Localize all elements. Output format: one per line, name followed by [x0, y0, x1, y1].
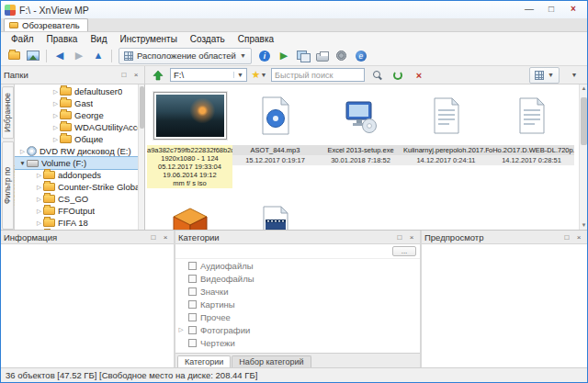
- categories-more-button[interactable]: ...: [392, 246, 416, 256]
- info-button[interactable]: i: [255, 48, 274, 64]
- tree-scrollbar[interactable]: [138, 84, 144, 230]
- category-item-drawings[interactable]: Чертежи: [175, 336, 420, 349]
- expander-icon[interactable]: [51, 136, 60, 143]
- side-tab-favorites[interactable]: Избранное: [2, 86, 14, 139]
- checkbox[interactable]: [188, 326, 197, 334]
- scroll-down-icon[interactable]: ▼: [580, 221, 587, 230]
- checkbox[interactable]: [188, 313, 197, 321]
- expander-icon[interactable]: [18, 160, 27, 166]
- compare-button[interactable]: [294, 48, 312, 64]
- menu-edit[interactable]: Правка: [40, 34, 85, 44]
- cancel-filter-button[interactable]: ×: [410, 67, 428, 84]
- close-button[interactable]: ×: [563, 3, 583, 17]
- tree-item-gta-v[interactable]: Grand_Theft_Auto_V: [15, 229, 144, 230]
- category-item-audio[interactable]: Аудиофайлы: [175, 259, 420, 272]
- tree-item-dvd-drive[interactable]: DVD RW дисковод (E:): [15, 145, 144, 157]
- layout-dropdown[interactable]: Расположение областей ▼: [119, 48, 252, 64]
- file-item-video[interactable]: [232, 195, 318, 230]
- tree-item-ffoutput[interactable]: FFOutput: [15, 205, 144, 217]
- expander-icon[interactable]: [18, 148, 27, 155]
- float-panel-button[interactable]: □: [561, 232, 572, 242]
- close-panel-button[interactable]: ×: [573, 232, 584, 242]
- viewer-mode-button[interactable]: [24, 48, 42, 64]
- search-button[interactable]: [368, 67, 386, 84]
- tree-item-defaultuser0[interactable]: defaultuser0: [15, 85, 144, 97]
- expander-icon[interactable]: [51, 100, 60, 107]
- tree-scrollbar-thumb[interactable]: [140, 86, 144, 129]
- tab-browser[interactable]: Обозреватель: [4, 18, 88, 31]
- categories-panel-header: Категории □ ×: [175, 231, 420, 244]
- menu-help[interactable]: Справка: [232, 34, 280, 44]
- float-panel-button[interactable]: □: [394, 232, 405, 242]
- tree-item-gast[interactable]: Gast: [15, 97, 144, 109]
- tree-item-wdagutilityaccount[interactable]: WDAGUtilityAccount: [15, 121, 144, 133]
- menu-tools[interactable]: Инструменты: [113, 34, 183, 44]
- favorites-button[interactable]: ★▼: [250, 67, 268, 84]
- expander-icon[interactable]: [35, 172, 43, 179]
- minimize-button[interactable]: —: [519, 3, 539, 17]
- file-item-audio[interactable]: ASOT_844.mp3 15.12.2017 0:19:17: [232, 86, 318, 189]
- file-item-document[interactable]: oHo.2O17.D.WEB-DL.720p... 14.12.2017 0:2…: [489, 86, 574, 189]
- expander-icon[interactable]: [35, 220, 43, 227]
- globe-icon: e: [356, 51, 367, 62]
- file-item-archive[interactable]: [147, 195, 232, 230]
- category-item-video[interactable]: Видеофайлы: [175, 272, 420, 285]
- category-item-other[interactable]: Прочее: [175, 310, 420, 323]
- files-scrollbar[interactable]: ▲ ▼: [579, 84, 587, 230]
- expander-icon[interactable]: [35, 208, 43, 215]
- tree-item-george[interactable]: George: [15, 109, 144, 121]
- scroll-up-icon[interactable]: ▲: [580, 84, 587, 93]
- expander-icon[interactable]: [51, 112, 60, 119]
- tree-item-fifa18[interactable]: FIFA 18: [15, 217, 144, 229]
- category-item-photos[interactable]: Фотографии: [175, 323, 420, 336]
- expander-icon[interactable]: [35, 196, 43, 203]
- print-button[interactable]: [313, 48, 332, 64]
- menu-create[interactable]: Создать: [184, 34, 232, 44]
- close-panel-button[interactable]: ×: [406, 232, 417, 242]
- slideshow-button[interactable]: ▶: [275, 48, 293, 64]
- go-up-button[interactable]: [149, 67, 167, 84]
- path-combobox[interactable]: F:\ ▼: [170, 68, 247, 82]
- settings-button[interactable]: [333, 48, 351, 64]
- expander-icon[interactable]: [51, 124, 60, 131]
- preview-panel-body: [422, 244, 587, 367]
- browser-mode-button[interactable]: [5, 48, 23, 64]
- files-scrollbar-thumb[interactable]: [581, 97, 587, 145]
- expander-icon[interactable]: [35, 184, 43, 191]
- float-panel-button[interactable]: □: [119, 70, 130, 80]
- close-panel-button[interactable]: ×: [160, 232, 171, 242]
- expander-icon[interactable]: [177, 326, 185, 333]
- category-item-icons[interactable]: Значки: [175, 285, 420, 298]
- checkbox[interactable]: [188, 262, 197, 270]
- quick-search-input[interactable]: [275, 71, 361, 80]
- maximize-button[interactable]: □: [541, 3, 561, 17]
- checkbox[interactable]: [188, 275, 197, 283]
- side-tab-category-filter[interactable]: Фильтр по категориям: [2, 141, 14, 230]
- web-button[interactable]: e: [352, 48, 370, 64]
- checkbox[interactable]: [188, 300, 197, 309]
- file-item-document[interactable]: Kulinarnyj.perepoloh.2017.P... 14.12.201…: [403, 86, 489, 189]
- file-item-installer[interactable]: Excel 2013-setup.exe 30.01.2018 7:18:52: [318, 86, 403, 189]
- tab-category-sets[interactable]: Набор категорий: [232, 355, 311, 367]
- tree-item-cs-go[interactable]: CS_GO: [15, 193, 144, 205]
- checkbox[interactable]: [188, 339, 197, 347]
- expander-icon[interactable]: [51, 88, 60, 96]
- tab-categories[interactable]: Категории: [177, 355, 231, 367]
- category-item-pictures[interactable]: Картины: [175, 298, 420, 310]
- up-button[interactable]: ▲: [89, 48, 107, 64]
- tree-item-counter-strike[interactable]: Counter-Strike Global Of: [15, 181, 144, 193]
- float-panel-button[interactable]: □: [148, 232, 159, 242]
- menu-view[interactable]: Вид: [84, 34, 113, 44]
- tree-item-obshchie[interactable]: Общие: [15, 133, 144, 145]
- menu-file[interactable]: Файл: [5, 34, 40, 44]
- tree-item-addonpeds[interactable]: addonpeds: [15, 169, 144, 181]
- view-mode-dropdown[interactable]: ▼: [529, 67, 560, 84]
- file-item-selected[interactable]: a9a382c759fb222832f68b2d... 1920x1080 - …: [147, 86, 232, 195]
- back-button[interactable]: ◀: [51, 48, 69, 64]
- tree-item-volume-f[interactable]: Volume (F:): [15, 157, 144, 169]
- close-panel-button[interactable]: ×: [130, 70, 141, 80]
- sort-dropdown-button[interactable]: ▼: [565, 67, 583, 84]
- checkbox[interactable]: [188, 287, 197, 296]
- forward-button[interactable]: ▶: [70, 48, 88, 64]
- refresh-button[interactable]: [389, 67, 407, 84]
